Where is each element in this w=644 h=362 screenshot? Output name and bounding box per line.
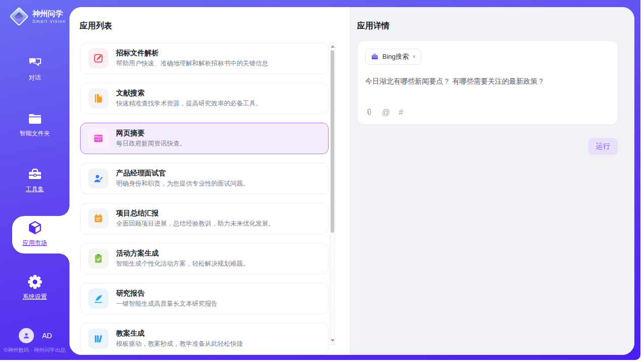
user-account[interactable]: AD — [19, 328, 52, 343]
app-card-pm-interviewer[interactable]: 产品经理面试官 明确身份和职责，为您提供专业性的面试问题。 — [80, 163, 329, 194]
app-card-desc: 快速精准查找学术资源，提高研究效率的必备工具。 — [116, 99, 262, 108]
app-list-pane: 应用列表 招标文件解析 帮助用户快速、准确地理解和解析招标书中的关键信息 — [69, 7, 350, 355]
app-card-bid-parsing[interactable]: 招标文件解析 帮助用户快速、准确地理解和解析招标书中的关键信息 — [80, 43, 329, 74]
clipboard-check-icon — [88, 248, 109, 269]
app-card-desc: 每日政府新闻资讯快查。 — [116, 139, 186, 148]
app-card-title: 文献搜索 — [116, 89, 262, 97]
list-scrollbar[interactable] — [330, 42, 335, 345]
brand-tagline: Smart Vision — [32, 19, 66, 24]
brand-name: 神州问学 — [32, 9, 66, 18]
app-card-desc: 全面回顾项目进展，总结经验教训，助力未来优化发展。 — [116, 220, 275, 228]
sidebar-item-label: 系统设置 — [0, 293, 69, 301]
cube-icon — [0, 220, 69, 236]
brand-diamond-icon — [9, 7, 28, 26]
scroll-up-icon[interactable] — [330, 43, 335, 49]
app-card-title: 招标文件解析 — [116, 49, 268, 57]
brand-logo: 神州问学 Smart Vision — [10, 8, 66, 25]
book-icon — [88, 88, 109, 108]
scroll-down-icon[interactable] — [330, 337, 335, 343]
app-card-event-plan[interactable]: 活动方案生成 智能生成个性化活动方案，轻松解决规划难题。 — [80, 243, 329, 274]
calendar-icon — [88, 208, 109, 229]
attach-toolbar: @ # — [365, 108, 403, 117]
sidebar-item-app-market[interactable]: 应用市场 — [0, 220, 69, 247]
chat-icon — [0, 55, 69, 71]
mention-icon[interactable]: @ — [382, 108, 390, 117]
tool-tag-bing-search[interactable]: Bing搜索 × — [365, 49, 421, 65]
close-icon[interactable]: × — [412, 53, 416, 60]
app-card-title: 网页摘要 — [116, 129, 186, 137]
run-button[interactable]: 运行 — [588, 138, 618, 155]
prompt-card[interactable]: Bing搜索 × 今日湖北有哪些新闻要点？ 有哪些需要关注的最新政策？ @ # — [357, 41, 618, 125]
app-card-desc: 模板驱动，教案秒成，教学准备从此轻松快捷 — [116, 340, 243, 348]
briefcase-icon — [371, 53, 379, 61]
main-panel: 应用列表 招标文件解析 帮助用户快速、准确地理解和解析招标书中的关键信息 — [69, 7, 634, 355]
app-card-project-summary[interactable]: 项目总结汇报 全面回顾项目进展，总结经验教训，助力未来优化发展。 — [80, 203, 329, 234]
toolbox-icon — [0, 166, 69, 183]
hashtag-icon[interactable]: # — [399, 108, 403, 117]
app-card-desc: 明确身份和职责，为您提供专业性的面试问题。 — [116, 179, 249, 188]
sidebar-item-label: 工具集 — [0, 185, 69, 194]
app-card-desc: 帮助用户快速、准确地理解和解析招标书中的关键信息 — [116, 59, 268, 68]
bubble-corner-bottom — [59, 254, 69, 264]
query-text[interactable]: 今日湖北有哪些新闻要点？ 有哪些需要关注的最新政策？ — [365, 77, 610, 86]
interviewer-icon — [88, 168, 109, 189]
app-card-desc: 智能生成个性化活动方案，轻松解决规划难题。 — [116, 260, 249, 268]
app-card-title: 研究报告 — [116, 289, 218, 298]
app-card-literature-search[interactable]: 文献搜索 快速精准查找学术资源，提高研究效率的必备工具。 — [80, 83, 329, 114]
app-card-desc: 一键智能生成高质量长文本研究报告 — [116, 300, 218, 308]
sidebar-item-settings[interactable]: 系统设置 — [0, 274, 69, 301]
app-card-web-summary[interactable]: </> 网页摘要 每日政府新闻资讯快查。 — [80, 123, 329, 154]
app-list-title: 应用列表 — [80, 21, 112, 31]
app-detail-title: 应用详情 — [357, 21, 389, 31]
app-card-research-report[interactable]: 研究报告 一键智能生成高质量长文本研究报告 — [80, 283, 329, 314]
gear-icon — [0, 274, 69, 290]
bubble-corner-top — [59, 206, 69, 216]
app-card-title: 产品经理面试官 — [116, 169, 249, 177]
app-cards: 招标文件解析 帮助用户快速、准确地理解和解析招标书中的关键信息 文献搜索 快速精… — [80, 43, 329, 355]
app-detail-pane: 应用详情 Bing搜索 × 今日湖北有哪些新闻要点？ 有哪些需要关注的最新政策？… — [350, 7, 634, 355]
sidebar-item-chat[interactable]: 对话 — [0, 55, 69, 82]
edit-doc-icon — [88, 48, 109, 68]
sidebar-item-smart-folder[interactable]: 智能文件夹 — [0, 111, 69, 138]
web-code-icon: </> — [88, 128, 109, 149]
sidebar-item-label: 应用市场 — [0, 239, 69, 247]
books-icon — [88, 329, 109, 349]
paperclip-icon[interactable] — [365, 108, 373, 117]
scrollbar-thumb[interactable] — [331, 50, 334, 233]
avatar — [19, 328, 34, 343]
folder-icon — [0, 111, 69, 127]
sidebar-item-label: 对话 — [0, 74, 69, 82]
sidebar-item-toolset[interactable]: 工具集 — [0, 166, 69, 194]
sidebar-footer: ©神州数码 · 神州问学出品 — [0, 347, 69, 354]
app-card-lesson-plan[interactable]: 教案生成 模板驱动，教案秒成，教学准备从此轻松快捷 — [80, 323, 329, 354]
tool-tag-label: Bing搜索 — [382, 52, 409, 61]
svg-text:</>: </> — [95, 138, 101, 141]
sidebar-item-label: 智能文件夹 — [0, 129, 69, 138]
app-window: 神州问学 Smart Vision 对话 智能文件夹 工具集 — [0, 0, 644, 362]
app-card-title: 活动方案生成 — [116, 249, 249, 258]
app-card-title: 项目总结汇报 — [116, 209, 275, 218]
user-initials: AD — [42, 332, 52, 340]
app-card-title: 教案生成 — [116, 329, 243, 338]
ink-pen-icon — [88, 288, 109, 309]
